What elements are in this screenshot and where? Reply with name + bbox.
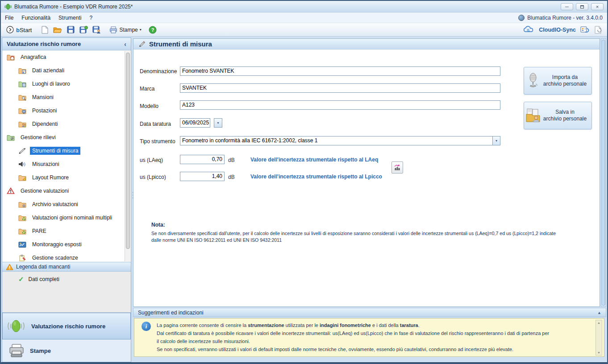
sidebar-item-monitoraggio-esposti[interactable]: Monitoraggio esposti [2,238,131,251]
suggestions-scrollbar[interactable]: ▲ ▼ [596,320,602,356]
sidebar-item-gestione-scadenze[interactable]: Gestione scadenze [2,251,131,262]
sidebar-item-archivio-valutazioni[interactable]: Archivio valutazioni [2,198,131,211]
sidebar-item-label: Mansioni [30,93,56,101]
sidebar-item-valutazioni-giorni-nominali-multipli[interactable]: Valutazioni giorni nominali multipli [2,211,131,224]
suggestion-line: il calcolo delle incertezze sulle misura… [157,337,592,345]
main-scrollbar-thumb[interactable] [602,40,605,306]
nav-stampe-label: Stampe [30,347,51,354]
printer-icon [109,26,117,33]
marca-input[interactable]: SVANTEK [180,83,500,93]
us-lpicco-unit: dB [228,174,235,180]
employees-icon [18,120,27,128]
sidebar-item-misurazioni[interactable]: Misurazioni [2,157,131,171]
denominazione-input[interactable]: Fonometro SVANTEK [180,66,500,76]
scroll-up-icon[interactable]: ▲ [597,321,600,324]
sidebar-item-postazioni[interactable]: Postazioni [2,104,131,117]
open-folder-button[interactable] [53,25,62,34]
tipo-strumento-dropdown-arrow[interactable]: ▾ [492,136,500,145]
menu-funzionalita[interactable]: Funzionalità [17,13,54,22]
company-data-icon [18,67,27,74]
sidebar-item-label: PARE [30,227,49,235]
us-lpicco-label: us (Lpicco) [140,174,166,180]
page-title: Strumenti di misura [149,40,212,48]
sidebar-header: Valutazione rischio rumore ‹ [2,38,131,50]
pencil-icon [139,41,146,47]
menu-file[interactable]: File [1,13,17,22]
salva-archivio-button[interactable]: Salva inarchivio personale [524,102,592,129]
chevron-down-icon: ▾ [140,28,142,32]
tasks-icon [18,94,27,101]
sidebar-item-label: Postazioni [30,107,59,115]
scroll-down-icon[interactable]: ▼ [597,351,600,354]
sidebar-item-label: Anagrafica [18,53,48,61]
tree-scrollbar[interactable] [125,51,130,261]
surveys-folder-icon [6,134,15,141]
sidebar-item-pare[interactable]: PARE [2,224,131,238]
horizontal-splitter-grip[interactable] [61,258,73,260]
menu-help[interactable]: ? [85,13,96,22]
suggestions-panel: i La pagina corrente consente di censire… [134,318,604,357]
uncertainty-chart-button[interactable] [391,161,403,174]
data-taratura-dropdown-button[interactable]: ▾ [214,118,222,128]
sidebar-item-gestione-rilievi[interactable]: Gestione rilievi [2,131,131,144]
multi-days-icon [18,214,27,222]
suggestion-line: Dal certificato di taratura è possibile … [157,329,592,337]
sidebar-item-dipendenti[interactable]: Dipendenti [2,117,131,131]
importa-archivio-button[interactable]: Importa daarchivio personale [524,67,592,95]
data-taratura-input[interactable]: 06/09/2025 [180,118,210,128]
sidebar-item-dati-aziendali[interactable]: Dati aziendali [2,64,131,77]
us-laeq-hint: Valore dell'incertezza strumentale rispe… [250,157,378,163]
new-document-button[interactable] [40,25,49,34]
sidebar-item-layout-rumore[interactable]: Layout Rumore [2,171,131,184]
nav-valutazione-rischio-rumore[interactable]: Valutazione rischio rumore [2,313,131,339]
assessments-icon [6,187,15,195]
us-lpicco-input[interactable]: 1,40 [180,172,225,181]
marca-label: Marca [140,86,154,92]
cloud-sync-label[interactable]: CloudIO-Sync [539,27,576,33]
measuring-instrument-icon [18,147,27,155]
sidebar-item-label: Gestione valutazioni [18,187,71,195]
tree-scrollbar-thumb[interactable] [126,53,130,249]
maximize-button[interactable] [576,3,588,10]
save-with-user-button[interactable] [92,25,101,34]
contact-sync-button[interactable] [580,25,589,34]
anagrafica-folder-icon [6,54,15,61]
warning-icon [6,264,13,270]
bstart-button[interactable]: bStart [6,26,32,34]
nota-line2: dalle norme UNI EN ISO 9612:2011 ed UNI … [151,237,282,243]
collapse-sidebar-icon[interactable]: ‹ [124,41,126,48]
importa-line2: archivio personale [543,81,587,87]
sidebar-header-title: Valutazione rischio rumore [7,41,81,47]
sidebar-item-luoghi-di-lavoro[interactable]: Luoghi di lavoro [2,77,131,91]
sidebar-item-strumenti-di-misura[interactable]: Strumenti di misura [2,144,131,157]
workstations-icon [18,107,27,115]
toolbar: bStart Stampe ▾ ? [1,23,607,37]
sidebar-item-gestione-valutazioni[interactable]: Gestione valutazioni [2,184,131,198]
sidebar-item-label: Archivio valutazioni [30,200,80,208]
close-button[interactable]: × [591,3,604,10]
window-title: Blumatica Rumore - Esempio VDR Rumore 20… [14,4,133,10]
minimize-button[interactable]: ─ [561,3,573,10]
bstart-icon [6,26,14,33]
sidebar-item-mansioni[interactable]: Mansioni [2,91,131,104]
sidebar-item-label: Misurazioni [30,160,62,168]
collapse-panel-icon[interactable]: ▲ [597,310,601,315]
stampe-dropdown[interactable]: Stampe ▾ [109,26,141,33]
version-label: Blumatica Rumore - ver. 3.4.0.0 [527,15,603,21]
legend-header: Legenda dati mancanti [2,262,131,272]
suggestions-header[interactable]: Suggerimenti ed indicazioni ▲ [133,308,606,317]
page-sync-button[interactable] [594,25,603,34]
suggestions-text: La pagina corrente consente di censire l… [157,321,592,355]
modello-input[interactable]: A123 [180,100,500,110]
help-button[interactable]: ? [148,25,157,34]
tipo-strumento-combobox[interactable]: Fonometro in conformità alla IEC 61672-1… [180,136,500,145]
sidebar-item-anagrafica[interactable]: Anagrafica [2,50,131,64]
us-laeq-input[interactable]: 0,70 [180,155,225,164]
save-button[interactable] [66,25,75,34]
printer-large-icon [8,343,25,358]
save-as-button[interactable] [79,25,88,34]
main-scrollbar[interactable] [601,38,606,307]
nav-stampe[interactable]: Stampe [2,339,131,362]
measurements-icon [18,161,27,168]
menu-strumenti[interactable]: Strumenti [54,13,85,22]
